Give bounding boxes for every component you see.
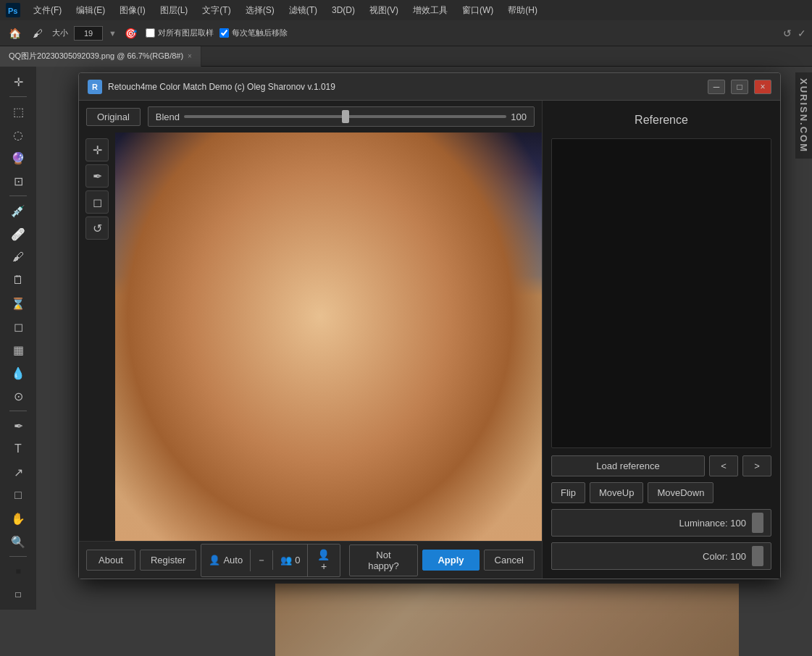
all-layers-checkbox[interactable]: 对所有图层取样 — [146, 28, 214, 38]
menu-image[interactable]: 图像(I) — [114, 3, 151, 18]
dialog-left-panel: Original Blend 100 ✛ ✒ ◻ ↺ — [79, 101, 543, 579]
count-icon: 👥 — [280, 555, 292, 565]
shape-tool[interactable]: □ — [7, 484, 29, 506]
marquee-tool[interactable]: ⬚ — [7, 101, 29, 122]
target-icon[interactable]: 🎯 — [122, 25, 140, 42]
menu-file[interactable]: 文件(F) — [28, 3, 67, 18]
auto-group: 👤 Auto － 👥 0 👤 + — [201, 544, 340, 577]
reference-label: Reference — [551, 109, 771, 131]
blur-tool[interactable]: 💧 — [7, 362, 29, 384]
move-up-button[interactable]: MoveUp — [590, 482, 643, 503]
eyedropper-tool[interactable]: 💉 — [7, 200, 29, 222]
paint-tool[interactable]: 🖌 — [7, 246, 29, 268]
portrait-layer — [115, 133, 542, 541]
flip-button[interactable]: Flip — [551, 482, 585, 503]
healing-tool[interactable]: 🩹 — [7, 223, 29, 245]
home-icon[interactable]: 🏠 — [6, 25, 23, 42]
cancel-button[interactable]: Cancel — [484, 550, 535, 571]
luminance-row: Luminance: 100 — [551, 509, 771, 537]
luminance-label: Luminance: 100 — [559, 518, 746, 529]
menu-layer[interactable]: 图层(L) — [154, 3, 194, 18]
dialog-close-button[interactable]: × — [754, 80, 771, 94]
hand-tool[interactable]: ✋ — [7, 508, 29, 529]
crop-tool[interactable]: ⊡ — [7, 170, 29, 192]
size-input[interactable] — [74, 26, 103, 41]
reference-controls: Load reference < > Flip MoveUp MoveDown … — [551, 455, 771, 570]
about-button[interactable]: About — [86, 550, 135, 571]
dodge-tool[interactable]: ⊙ — [7, 385, 29, 407]
not-happy-button[interactable]: Not happy? — [349, 544, 419, 576]
history-tool[interactable]: ⌛ — [7, 293, 29, 314]
undo-button[interactable]: ↺ — [783, 28, 792, 39]
dialog-bottom-bar: About Register 👤 Auto － 👥 0 👤 + — [79, 541, 542, 579]
eraser-tool[interactable]: ◻ — [7, 316, 29, 337]
dialog-tools: ✛ ✒ ◻ ↺ — [79, 133, 115, 541]
dialog-restore-button[interactable]: □ — [731, 80, 748, 94]
color-row: Color: 100 — [551, 542, 771, 570]
auto-icon: 👤 — [209, 555, 220, 565]
dialog-minimize-button[interactable]: ─ — [708, 80, 725, 94]
content-row: ✛ ✒ ◻ ↺ — [79, 133, 542, 541]
register-button[interactable]: Register — [140, 550, 196, 571]
plus-button[interactable]: 👤 + — [307, 544, 339, 576]
after-stroke-checkbox[interactable]: 每次笔触后移除 — [219, 28, 288, 38]
foreground-color[interactable]: ■ — [7, 560, 29, 582]
dialog-window-controls: ─ □ × — [708, 80, 771, 94]
menu-edit[interactable]: 编辑(E) — [70, 3, 111, 18]
menu-window[interactable]: 窗口(W) — [456, 3, 499, 18]
flip-move-row: Flip MoveUp MoveDown — [551, 482, 771, 503]
nav-next-button[interactable]: > — [742, 455, 771, 476]
tab-close-button[interactable]: × — [188, 52, 192, 60]
load-ref-row: Load reference < > — [551, 455, 771, 476]
menu-plugins[interactable]: 增效工具 — [407, 3, 453, 18]
path-select-tool[interactable]: ↗ — [7, 461, 29, 483]
redo-button[interactable]: ✓ — [798, 28, 806, 39]
zoom-tool[interactable]: 🔍 — [7, 531, 29, 552]
tab-bar: QQ图片20230305092039.png @ 66.7%(RGB/8#) × — [0, 46, 812, 67]
tool-separator-3 — [9, 411, 27, 411]
lasso-tool[interactable]: ◌ — [7, 124, 29, 146]
load-reference-button[interactable]: Load reference — [551, 455, 705, 476]
dialog-pen-tool[interactable]: ✒ — [85, 164, 109, 188]
minus-button[interactable]: － — [250, 550, 272, 571]
left-toolpanel: ✛ ⬚ ◌ 🔮 ⊡ 💉 🩹 🖌 🗒 ⌛ ◻ ▦ 💧 ⊙ ✒ T ↗ □ ✋ 🔍 … — [0, 67, 36, 610]
clone-tool[interactable]: 🗒 — [7, 269, 29, 291]
size-label: 大小 — [52, 28, 68, 38]
menu-filter[interactable]: 滤镜(T) — [283, 3, 323, 18]
count-display: 👥 0 — [272, 550, 307, 570]
move-down-button[interactable]: MoveDown — [648, 482, 713, 503]
menu-text[interactable]: 文字(T) — [196, 3, 236, 18]
menu-view[interactable]: 视图(V) — [364, 3, 404, 18]
blend-slider[interactable] — [184, 115, 506, 118]
dialog-image-area — [115, 133, 542, 541]
menu-select[interactable]: 选择(S) — [240, 3, 280, 18]
tool-separator-1 — [9, 96, 27, 97]
tool-separator-4 — [9, 556, 27, 557]
menu-help[interactable]: 帮助(H) — [502, 3, 543, 18]
bg-image-preview — [275, 584, 739, 656]
pen-tool[interactable]: ✒ — [7, 415, 29, 437]
text-tool[interactable]: T — [7, 438, 29, 460]
watermark: XURISN.COM — [795, 72, 812, 159]
background-color[interactable]: □ — [7, 584, 29, 605]
source-image — [115, 133, 542, 541]
blend-value: 100 — [511, 112, 527, 122]
dialog-logo: R — [88, 80, 102, 94]
dialog-move-tool[interactable]: ✛ — [85, 138, 109, 161]
luminance-slider[interactable] — [752, 513, 763, 533]
document-tab[interactable]: QQ图片20230305092039.png @ 66.7%(RGB/8#) × — [0, 46, 201, 67]
dialog-title: Retouch4me Color Match Demo (c) Oleg Sha… — [108, 82, 708, 92]
original-button[interactable]: Original — [86, 108, 141, 126]
color-slider[interactable] — [752, 546, 763, 566]
brush-options-icon[interactable]: 🖌 — [29, 25, 46, 42]
apply-button[interactable]: Apply — [422, 550, 479, 571]
retouch4me-dialog: R Retouch4me Color Match Demo (c) Oleg S… — [78, 72, 781, 579]
dialog-erase-tool[interactable]: ◻ — [85, 190, 109, 214]
auto-button[interactable]: 👤 Auto — [201, 550, 250, 570]
gradient-tool[interactable]: ▦ — [7, 339, 29, 361]
move-tool[interactable]: ✛ — [7, 71, 29, 93]
quick-select-tool[interactable]: 🔮 — [7, 147, 29, 169]
dialog-rotate-tool[interactable]: ↺ — [85, 216, 109, 240]
menu-3d[interactable]: 3D(D) — [326, 4, 361, 17]
nav-prev-button[interactable]: < — [709, 455, 738, 476]
